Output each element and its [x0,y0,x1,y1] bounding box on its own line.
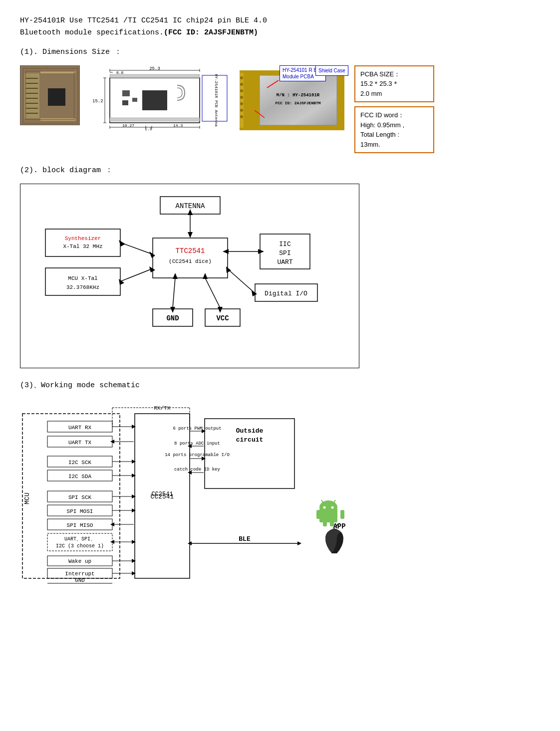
svg-text:0.8: 0.8 [116,70,124,75]
svg-marker-61 [188,232,193,238]
svg-rect-52 [260,75,337,125]
svg-rect-71 [45,268,120,295]
svg-rect-174 [330,517,334,526]
pcba-size-title: PCBA SIZE： [360,69,428,79]
svg-text:Synthesizer: Synthesizer [65,236,101,242]
svg-line-93 [173,278,175,308]
svg-text:RX/TX: RX/TX [154,405,170,411]
section3: (3)、Working mode schematic MCU UART RX U… [20,380,540,588]
svg-text:catch code ID key: catch code ID key [174,467,220,472]
svg-marker-87 [226,266,231,273]
svg-rect-20 [132,98,137,102]
svg-text:IIC: IIC [279,241,291,248]
svg-point-177 [323,506,326,508]
svg-text:(CC2541 dice): (CC2541 dice) [169,258,212,264]
svg-line-74 [120,269,152,281]
svg-marker-82 [223,249,229,254]
svg-text:SPI MOSI: SPI MOSI [67,508,93,514]
svg-marker-97 [203,273,208,279]
svg-text:I2C (3 choose 1): I2C (3 choose 1) [56,543,104,549]
svg-rect-171 [316,510,320,519]
svg-text:UART: UART [277,258,292,266]
svg-marker-136 [132,460,136,464]
svg-text:14.3: 14.3 [173,123,183,128]
svg-text:VCC: VCC [216,314,229,322]
svg-rect-1 [23,68,78,123]
module-photo-area: M/N : HY-254101R FCC ID: 2AJSFJENBTM HY-… [240,65,344,142]
svg-line-68 [120,243,152,254]
svg-text:14 ports programable I/O: 14 ports programable I/O [165,453,230,458]
svg-rect-65 [45,229,120,256]
svg-text:BLE: BLE [239,535,251,543]
svg-text:10.27: 10.27 [122,123,134,128]
svg-text:ANTENNA: ANTENNA [176,202,205,210]
svg-rect-11 [48,88,65,106]
svg-rect-19 [122,100,128,105]
svg-line-96 [205,278,220,308]
shield-label: Shield Case [315,65,348,76]
pcba-size-box: PCBA SIZE： 15.2＊25.3＊ 2.0 mm [354,65,434,103]
svg-text:1.3: 1.3 [145,127,152,130]
svg-point-48 [240,96,243,99]
svg-marker-138 [132,474,136,478]
svg-rect-170 [319,508,337,522]
svg-text:SPI MISO: SPI MISO [67,522,93,528]
dimension-diagram: 25.3 0.8 15.2 10.27 1.3 [90,65,230,130]
svg-point-46 [240,83,243,86]
svg-text:Wake up: Wake up [68,558,91,564]
svg-rect-0 [20,66,80,125]
svg-text:6 ports PWM output: 6 ports PWM output [173,426,221,431]
fcc-word-box: FCC ID word： High: 0.95mm , Total Length… [354,106,434,153]
svg-line-86 [228,269,254,292]
svg-point-50 [240,109,243,112]
svg-rect-13 [40,118,75,121]
svg-rect-15 [110,74,200,78]
svg-text:SPI SCK: SPI SCK [68,494,92,500]
section1: (1). Dimensions Size ： [20,47,540,153]
section2: (2). block diagram ： ANTENNA TTC2541 (CC… [20,165,540,368]
svg-text:32.3768KHz: 32.3768KHz [66,284,99,290]
svg-text:MCU X-Tal: MCU X-Tal [68,275,97,281]
svg-point-47 [240,89,243,92]
svg-rect-172 [340,510,344,519]
svg-marker-88 [252,290,257,296]
fcc-word-value: High: 0.95mm , Total Length : 13mm. [360,120,428,150]
svg-marker-76 [149,266,155,272]
svg-rect-12 [40,71,75,73]
svg-text:CC2541: CC2541 [151,491,173,498]
svg-text:M/N : HY-254101R: M/N : HY-254101R [277,93,320,98]
svg-rect-62 [153,238,228,278]
svg-rect-173 [323,517,327,526]
header-line1: HY-254101R Use TTC2541 /TI CC2541 IC chi… [20,15,540,27]
svg-marker-181 [297,541,301,545]
svg-point-45 [240,76,243,79]
svg-text:MCU: MCU [23,492,31,504]
svg-marker-151 [132,571,136,575]
svg-text:HY-254101R PCB Antenna: HY-254101R PCB Antenna [214,74,219,127]
svg-marker-83 [258,249,264,254]
pcb-photo [20,65,80,125]
info-boxes: PCBA SIZE： 15.2＊25.3＊ 2.0 mm FCC ID word… [354,65,434,154]
section2-title: (2). block diagram ： [20,165,540,177]
section3-title: (3)、Working mode schematic [20,380,540,392]
block-diagram-container: ANTENNA TTC2541 (CC2541 dice) Synthesize… [20,184,359,369]
svg-rect-17 [142,90,167,110]
svg-point-49 [240,102,243,105]
section1-title: (1). Dimensions Size ： [20,47,540,58]
svg-marker-142 [132,508,136,512]
svg-text:I2C SCK: I2C SCK [68,460,92,466]
svg-rect-167 [304,493,384,573]
dimensions-row: 25.3 0.8 15.2 10.27 1.3 [20,65,540,154]
svg-marker-69 [119,240,125,246]
svg-text:UART RX: UART RX [68,425,92,431]
svg-text:GND: GND [166,314,179,322]
svg-rect-16 [110,118,200,121]
fcc-word-title: FCC ID word： [360,110,428,120]
svg-text:Interrupt: Interrupt [65,571,94,577]
svg-text:TTC2541: TTC2541 [176,247,205,255]
svg-text:25.3: 25.3 [149,66,160,71]
svg-rect-44 [240,73,244,128]
svg-marker-98 [218,307,223,313]
svg-text:GND: GND [75,577,85,583]
svg-text:Digital I/O: Digital I/O [265,290,307,297]
